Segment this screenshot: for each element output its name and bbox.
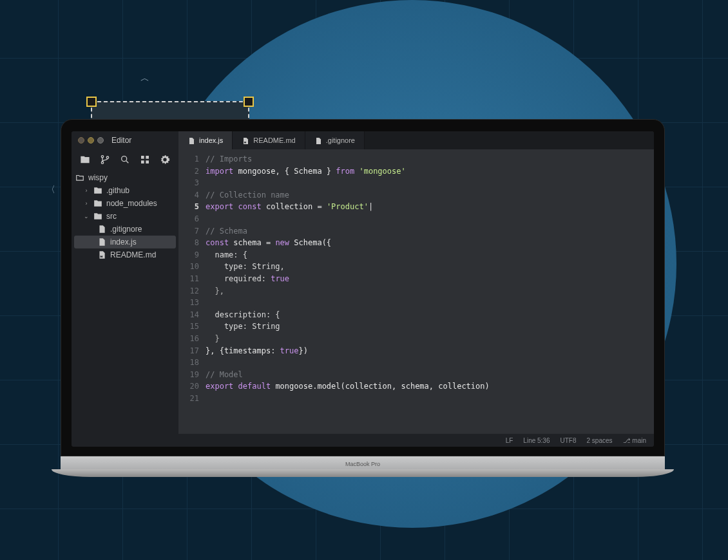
svg-rect-5: [146, 156, 149, 159]
code-line[interactable]: },: [206, 285, 490, 297]
chevron-right-icon: ›: [83, 187, 90, 194]
tab-label: .gitignore: [326, 136, 355, 144]
file-icon: [97, 250, 106, 259]
code-line[interactable]: type: String: [206, 321, 490, 333]
svg-point-3: [122, 156, 127, 162]
code-line[interactable]: name: {: [206, 249, 490, 261]
code-line[interactable]: [206, 393, 490, 405]
code-line[interactable]: [206, 357, 490, 369]
tree-item--gitignore[interactable]: .gitignore: [74, 223, 176, 236]
svg-point-2: [107, 156, 109, 158]
file-tree: wispy ›.github›node_modules⌄src.gitignor…: [72, 171, 178, 261]
code-line[interactable]: required: true: [206, 273, 490, 285]
code-line[interactable]: }: [206, 333, 490, 345]
file-icon: [97, 225, 106, 234]
folder-icon: [93, 199, 102, 208]
line-number: 11: [178, 273, 199, 285]
chevron-left-icon: 〈: [46, 184, 55, 196]
screen-bezel: Editor index.jsREADME.md.gitignore: [61, 119, 665, 456]
line-number: 21: [178, 393, 199, 405]
code-line[interactable]: [206, 297, 490, 309]
window-controls: [78, 137, 104, 144]
svg-point-1: [102, 162, 104, 163]
status-encoding[interactable]: UTF8: [560, 437, 577, 444]
folder-icon: [93, 186, 102, 195]
status-indent[interactable]: 2 spaces: [587, 437, 613, 444]
tree-item-README-md[interactable]: README.md: [74, 248, 176, 261]
folder-icon: [93, 212, 102, 221]
line-number: 18: [178, 357, 199, 369]
code-line[interactable]: [206, 177, 490, 189]
code-line[interactable]: export default mongoose.model(collection…: [206, 380, 490, 393]
line-number: 10: [178, 261, 199, 273]
sidebar: wispy ›.github›node_modules⌄src.gitignor…: [72, 149, 178, 434]
tree-item-index-js[interactable]: index.js: [74, 236, 176, 248]
file-js-icon: [187, 136, 195, 144]
maximize-window-button[interactable]: [97, 137, 104, 144]
code-line[interactable]: // Imports: [206, 153, 490, 165]
line-number: 19: [178, 369, 199, 381]
line-number: 4: [178, 189, 199, 201]
window-topbar: Editor index.jsREADME.md.gitignore: [72, 131, 654, 149]
code-line[interactable]: }, {timestamps: true}): [206, 345, 490, 357]
chevron-down-icon: ⌄: [83, 213, 90, 219]
line-number: 9: [178, 249, 199, 261]
code-line[interactable]: const schema = new Schema({: [206, 237, 490, 249]
tree-item-label: index.js: [110, 238, 137, 247]
status-eol[interactable]: LF: [506, 437, 513, 444]
line-number: 15: [178, 321, 199, 333]
folder-icon[interactable]: [80, 154, 90, 165]
tree-item-label: .gitignore: [110, 225, 142, 234]
code-line[interactable]: export const collection = 'Product'|: [206, 201, 490, 213]
svg-rect-4: [141, 156, 144, 159]
tab-index-js[interactable]: index.js: [178, 131, 233, 149]
line-number: 2: [178, 165, 199, 178]
resize-handle-top-right[interactable]: [244, 97, 254, 107]
minimize-window-button[interactable]: [88, 137, 94, 144]
line-number: 12: [178, 285, 199, 297]
line-number: 6: [178, 213, 199, 225]
editor-tabs: index.jsREADME.md.gitignore: [178, 131, 654, 149]
tree-item-node_modules[interactable]: ›node_modules: [74, 197, 176, 210]
line-number-gutter: 123456789101112131415161718192021: [178, 149, 206, 434]
code-line[interactable]: // Schema: [206, 225, 490, 238]
apps-icon[interactable]: [140, 154, 150, 165]
svg-rect-6: [141, 160, 144, 163]
project-root[interactable]: wispy: [74, 171, 176, 184]
line-number: 13: [178, 297, 199, 309]
app-title: Editor: [111, 136, 131, 145]
code-line[interactable]: type: String,: [206, 261, 490, 273]
code-content[interactable]: // Importsimport mongoose, { Schema } fr…: [206, 149, 490, 434]
code-line[interactable]: // Collection name: [206, 189, 490, 201]
file-md-icon: [242, 136, 249, 144]
tree-item-src[interactable]: ⌄src: [74, 210, 176, 223]
status-git-branch[interactable]: ⎇ main: [623, 437, 646, 444]
file-icon: [97, 238, 106, 247]
code-line[interactable]: import mongoose, { Schema } from 'mongoo…: [206, 165, 490, 178]
code-line[interactable]: [206, 213, 490, 225]
gear-icon[interactable]: [160, 154, 170, 165]
tree-item-label: .github: [106, 186, 129, 195]
laptop-base: MacBook Pro: [61, 456, 665, 472]
status-cursor-position[interactable]: Line 5:36: [523, 437, 550, 444]
chevron-up-icon: ︿: [140, 73, 149, 84]
code-line[interactable]: description: {: [206, 309, 490, 321]
sidebar-toolbar: [72, 152, 178, 171]
code-line[interactable]: // Model: [206, 369, 490, 381]
search-icon[interactable]: [120, 154, 130, 165]
tab-README-md[interactable]: README.md: [233, 131, 305, 149]
tab--gitignore[interactable]: .gitignore: [305, 131, 365, 149]
line-number: 17: [178, 345, 199, 357]
editor-body: wispy ›.github›node_modules⌄src.gitignor…: [72, 149, 654, 434]
editor-window: Editor index.jsREADME.md.gitignore: [72, 131, 654, 447]
code-editor[interactable]: 123456789101112131415161718192021 // Imp…: [178, 149, 654, 434]
tree-item--github[interactable]: ›.github: [74, 184, 176, 197]
line-number: 20: [178, 380, 199, 393]
window-titlebar: Editor: [72, 131, 178, 149]
resize-handle-top-left[interactable]: [86, 97, 97, 107]
tab-label: index.js: [199, 136, 223, 144]
close-window-button[interactable]: [78, 137, 84, 144]
git-branch-icon[interactable]: [100, 154, 110, 165]
project-name: wispy: [88, 173, 108, 182]
line-number: 8: [178, 237, 199, 249]
